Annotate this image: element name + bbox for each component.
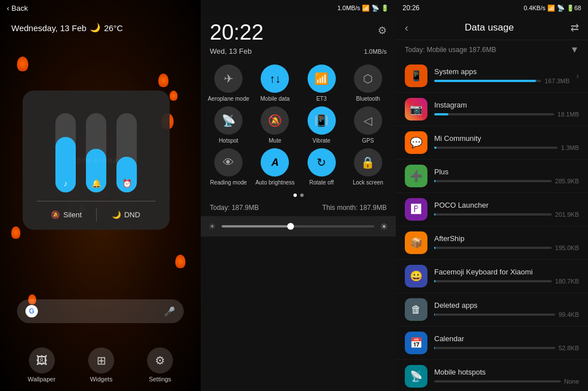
media-fill: ♪: [55, 137, 76, 192]
gps-label: GPS: [362, 138, 374, 144]
dnd-button[interactable]: 🌙 DND: [97, 208, 156, 221]
qs-mobile-data[interactable]: ↑↓ Mobile data: [254, 65, 296, 102]
app-item-plus[interactable]: ➕ Plus 285.9KB: [396, 160, 588, 193]
aeroplane-label: Aeroplane mode: [207, 96, 249, 102]
right-panel: 20:26 0.4KB/s 📶 📡 🔋68 ‹ Data usage ⇄ Tod…: [396, 0, 588, 391]
plus-bar-row: 285.9KB: [434, 178, 579, 184]
qs-rotate[interactable]: ↻ Rotate off: [301, 148, 343, 186]
this-month-usage-text: This month: 187.9MB: [322, 204, 387, 212]
facemoji-info: Facemoji Keyboard for Xiaomi 180.7KB: [434, 268, 579, 285]
aftership-name: AfterShip: [434, 234, 579, 243]
signal-icon: 📶: [362, 5, 370, 12]
today-usage-text: Today: 187.9MB: [210, 204, 259, 212]
back-arrow-right[interactable]: ‹: [405, 22, 408, 34]
silent-button[interactable]: 🔕 Silent: [37, 208, 96, 221]
app-item-facemoji[interactable]: 😀 Facemoji Keyboard for Xiaomi 180.7KB: [396, 260, 588, 293]
lantern-decoration: [158, 74, 168, 87]
silent-label: Silent: [63, 210, 82, 219]
mute-icon: 🔕: [261, 106, 289, 135]
dropdown-arrow-icon[interactable]: ▼: [570, 45, 579, 55]
plus-size: 285.9KB: [555, 178, 579, 184]
settings-label: Settings: [149, 376, 171, 383]
time-large: 20:22: [210, 16, 263, 45]
system-apps-name: System apps: [434, 67, 569, 76]
app-item-mi-community[interactable]: 💬 Mi Community 1.3MB: [396, 126, 588, 160]
app-item-hotspot[interactable]: 📡 Mobile hotspots None: [396, 360, 588, 391]
deleted-bar-fill: [434, 313, 435, 316]
ringtone-slider[interactable]: 🔔: [86, 113, 106, 192]
calendar-bar-fill: [434, 347, 435, 349]
app-item-deleted[interactable]: 🗑 Deleted apps 99.4KB: [396, 293, 588, 326]
auto-brightness-label: Auto brightness: [256, 179, 295, 186]
app-item-calendar[interactable]: 📅 Calendar 52.8KB: [396, 326, 588, 360]
app-item-aftership[interactable]: 📦 AfterShip 195.0KB: [396, 226, 588, 260]
usage-row: Today: 187.9MB This month: 187.9MB: [201, 200, 396, 215]
dock-settings[interactable]: ⚙ Settings: [147, 347, 173, 383]
net-speed-icon: 0.4KB/s: [524, 5, 546, 11]
gear-icon[interactable]: ⚙: [378, 24, 387, 37]
hotspot-app-name: Mobile hotspots: [434, 368, 579, 376]
qs-vibrate[interactable]: 📳 Vibrate: [301, 106, 343, 144]
brightness-bar[interactable]: ☀ ☀: [201, 216, 396, 237]
calendar-info: Calendar 52.8KB: [434, 334, 579, 351]
swap-icon[interactable]: ⇄: [570, 22, 579, 34]
back-button[interactable]: ‹ Back: [7, 4, 28, 12]
dock-wallpaper[interactable]: 🖼 Wallpaper: [28, 347, 55, 383]
calendar-size: 52.8KB: [559, 345, 579, 351]
today-mobile-usage: Today: Mobile usage 187.6MB: [405, 46, 496, 54]
qs-aeroplane[interactable]: ✈ Aeroplane mode: [207, 65, 249, 102]
instagram-icon: 📷: [405, 98, 427, 121]
instagram-bar-bg: [434, 113, 554, 115]
app-item-system[interactable]: 📱 System apps 167.3MB ›: [396, 59, 588, 93]
bottom-dock: 🖼 Wallpaper ⊞ Widgets ⚙ Settings: [0, 347, 201, 383]
instagram-info: Instagram 18.1MB: [434, 101, 579, 118]
hotspot-app-glyph: 📡: [410, 370, 422, 383]
dock-widgets[interactable]: ⊞ Widgets: [88, 347, 114, 383]
widgets-label: Widgets: [90, 376, 113, 383]
mic-icon: 🎤: [164, 306, 175, 317]
hotspot-bar-row: None: [434, 378, 579, 385]
deleted-info: Deleted apps 99.4KB: [434, 301, 579, 318]
right-status-bar: 20:26 0.4KB/s 📶 📡 🔋68: [396, 0, 588, 16]
settings-icon: ⚙: [147, 347, 173, 373]
alarm-slider[interactable]: ⏰: [116, 113, 137, 192]
qs-hotspot[interactable]: 📡 Hotspot: [207, 106, 249, 144]
app-list: 📱 System apps 167.3MB › 📷 Instagram: [396, 59, 588, 391]
qs-bluetooth[interactable]: ⬡ Bluetooth: [347, 65, 389, 102]
aftership-info: AfterShip 195.0KB: [434, 234, 579, 251]
mute-label: Mute: [269, 138, 281, 144]
search-bar[interactable]: G 🎤: [17, 299, 184, 323]
volume-widget: fonearena ♪ 🔔 ⏰ 🔕 Silent: [23, 91, 170, 230]
app-item-poco[interactable]: 🅿 POCO Launcher 201.9KB: [396, 193, 588, 226]
media-slider[interactable]: ♪: [55, 113, 76, 192]
data-usage-title: Data usage: [465, 22, 514, 33]
instagram-bar-row: 18.1MB: [434, 111, 579, 118]
mi-bar-bg: [434, 147, 557, 149]
back-label: Back: [11, 4, 28, 12]
middle-panel: 1.0MB/s 📶 📡 🔋 20:22 ⚙ Wed, 13 Feb 1.0MB/…: [201, 0, 396, 391]
qs-gps[interactable]: ◁ GPS: [347, 106, 389, 144]
aftership-size: 195.0KB: [555, 244, 579, 251]
qs-auto-brightness[interactable]: A Auto brightness: [254, 148, 296, 186]
app-item-instagram[interactable]: 📷 Instagram 18.1MB: [396, 93, 588, 126]
qs-lock[interactable]: 🔒 Lock screen: [347, 148, 389, 186]
wallpaper-icon: 🖼: [29, 347, 55, 373]
system-bar-bg: [434, 80, 541, 82]
qs-wifi[interactable]: 📶 ET3: [301, 65, 343, 102]
plus-icon: ➕: [405, 165, 427, 187]
instagram-bar-fill: [434, 113, 448, 115]
sliders-row: ♪ 🔔 ⏰: [37, 102, 155, 192]
system-icon-glyph: 📱: [410, 70, 422, 82]
qs-reading[interactable]: 👁 Reading mode: [207, 148, 249, 186]
qs-mute[interactable]: 🔕 Mute: [254, 106, 296, 144]
brightness-low-icon: ☀: [209, 222, 216, 231]
deleted-name: Deleted apps: [434, 301, 579, 310]
instagram-glyph: 📷: [410, 103, 422, 115]
vibrate-label: Vibrate: [313, 138, 331, 144]
wifi-label: ET3: [316, 96, 326, 102]
facemoji-bar-bg: [434, 280, 552, 282]
poco-size: 201.9KB: [555, 211, 579, 218]
poco-bar-bg: [434, 213, 552, 216]
data-speed-text: 1.0MB/s: [364, 48, 387, 55]
rotate-icon: ↻: [308, 148, 336, 177]
